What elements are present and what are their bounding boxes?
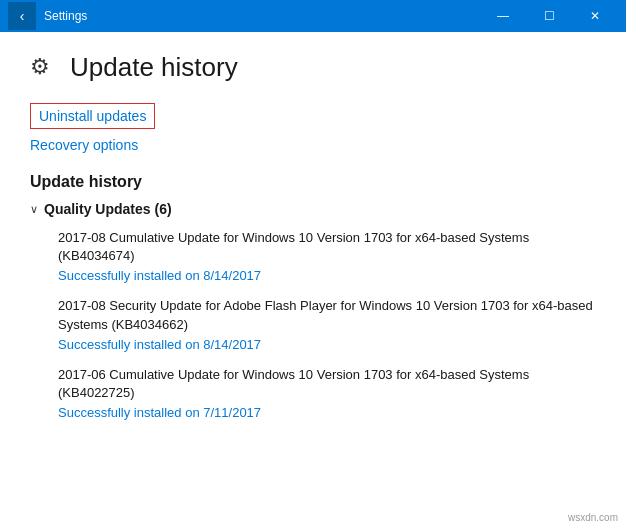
links-section: Uninstall updates Recovery options (30, 103, 596, 153)
update-name: 2017-08 Security Update for Adobe Flash … (58, 297, 596, 333)
titlebar-title: Settings (44, 9, 87, 23)
update-history-section: Update history ∨ Quality Updates (6) 201… (30, 173, 596, 420)
update-status[interactable]: Successfully installed on 8/14/2017 (58, 268, 596, 283)
recovery-options-link[interactable]: Recovery options (30, 137, 596, 153)
page-title: Update history (70, 52, 238, 83)
minimize-button[interactable]: — (480, 0, 526, 32)
close-button[interactable]: ✕ (572, 0, 618, 32)
update-item: 2017-06 Cumulative Update for Windows 10… (58, 366, 596, 420)
back-button[interactable]: ‹ (8, 2, 36, 30)
quality-updates-category[interactable]: ∨ Quality Updates (6) (30, 201, 596, 217)
maximize-button[interactable]: ☐ (526, 0, 572, 32)
update-status[interactable]: Successfully installed on 7/11/2017 (58, 405, 596, 420)
page-header: ⚙ Update history (30, 52, 596, 83)
window-controls: — ☐ ✕ (480, 0, 618, 32)
watermark: wsxdn.com (568, 512, 618, 523)
title-bar-left: ‹ Settings (8, 2, 87, 30)
update-name: 2017-08 Cumulative Update for Windows 10… (58, 229, 596, 265)
chevron-down-icon: ∨ (30, 203, 38, 216)
category-label: Quality Updates (6) (44, 201, 172, 217)
update-item: 2017-08 Security Update for Adobe Flash … (58, 297, 596, 351)
update-status[interactable]: Successfully installed on 8/14/2017 (58, 337, 596, 352)
uninstall-updates-link[interactable]: Uninstall updates (30, 103, 155, 129)
update-name: 2017-06 Cumulative Update for Windows 10… (58, 366, 596, 402)
update-history-title: Update history (30, 173, 596, 191)
update-item: 2017-08 Cumulative Update for Windows 10… (58, 229, 596, 283)
main-content: ⚙ Update history Uninstall updates Recov… (0, 32, 626, 527)
gear-icon: ⚙ (30, 54, 58, 82)
back-icon: ‹ (20, 8, 25, 24)
title-bar: ‹ Settings — ☐ ✕ (0, 0, 626, 32)
